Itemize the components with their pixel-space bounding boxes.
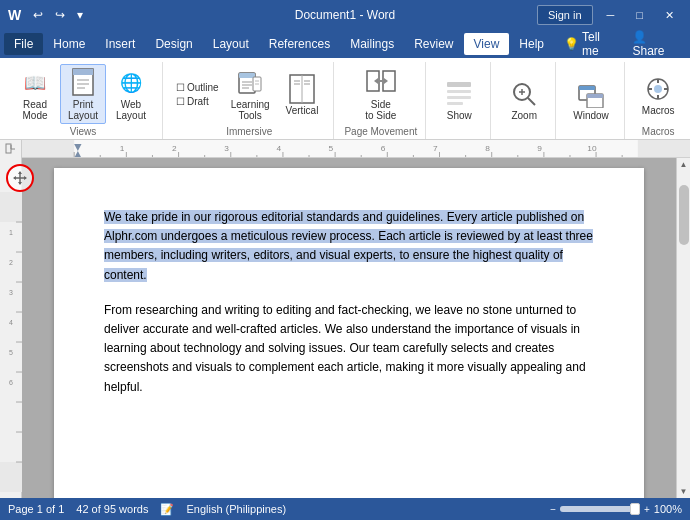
menu-mailings[interactable]: Mailings	[340, 33, 404, 55]
svg-rect-27	[447, 102, 463, 105]
proofing-icon: 📝	[160, 503, 174, 516]
svg-rect-52	[638, 140, 690, 157]
signin-button[interactable]: Sign in	[537, 5, 593, 25]
title-bar-right: Sign in ─ □ ✕	[537, 5, 682, 25]
svg-marker-91	[13, 176, 16, 180]
svg-marker-90	[18, 182, 22, 185]
menu-references[interactable]: References	[259, 33, 340, 55]
scroll-thumb[interactable]	[679, 185, 689, 245]
window-icon	[575, 78, 607, 110]
side-to-side-button[interactable]: Sideto Side	[358, 64, 404, 124]
draft-checkbox-icon: ☐	[176, 96, 185, 107]
menu-review[interactable]: Review	[404, 33, 463, 55]
ribbon-group-show: Show	[428, 62, 491, 139]
menu-file[interactable]: File	[4, 33, 43, 55]
svg-text:8: 8	[485, 144, 490, 153]
page-movement-group-label: Page Movement	[344, 126, 417, 137]
left-bar: 1 2 3 4 5 6	[0, 158, 22, 498]
ribbon-group-views: 📖 ReadMode P	[4, 62, 163, 139]
lightbulb-icon: 💡	[564, 37, 579, 51]
scroll-anchor-indicator	[6, 164, 34, 192]
learning-tools-icon	[234, 67, 266, 99]
print-layout-button[interactable]: PrintLayout	[60, 64, 106, 124]
status-left: Page 1 of 1 42 of 95 words 📝 English (Ph…	[8, 503, 286, 516]
menu-insert[interactable]: Insert	[95, 33, 145, 55]
menu-help[interactable]: Help	[509, 33, 554, 55]
window-buttons: Window	[566, 64, 616, 135]
zoom-slider-thumb[interactable]	[630, 503, 640, 515]
vertical-scrollbar[interactable]: ▲ ▼	[676, 158, 690, 498]
read-mode-button[interactable]: 📖 ReadMode	[12, 64, 58, 124]
macros-icon	[642, 73, 674, 105]
svg-rect-6	[239, 73, 255, 78]
ribbon-group-window: Window	[558, 62, 625, 139]
svg-text:6: 6	[9, 379, 13, 386]
zoom-out-button[interactable]: −	[550, 504, 556, 515]
customize-qat-button[interactable]: ▾	[73, 6, 87, 24]
menu-design[interactable]: Design	[145, 33, 202, 55]
menu-share[interactable]: 👤 Share	[622, 26, 686, 62]
svg-text:4: 4	[9, 319, 13, 326]
menu-layout[interactable]: Layout	[203, 33, 259, 55]
page-info: Page 1 of 1	[8, 503, 64, 516]
web-layout-icon: 🌐	[115, 67, 147, 99]
svg-rect-35	[587, 94, 603, 98]
draft-button[interactable]: ☐ Draft	[173, 95, 222, 108]
ribbon: 📖 ReadMode P	[0, 58, 690, 140]
show-buttons: Show	[436, 64, 482, 135]
svg-text:1: 1	[120, 144, 125, 153]
show-button[interactable]: Show	[436, 75, 482, 124]
paragraph-2: From researching and writing to editing …	[104, 301, 594, 397]
side-to-side-icon	[365, 67, 397, 99]
macros-button[interactable]: Macros	[635, 70, 682, 119]
zoom-bar: − + 100%	[550, 503, 682, 515]
document-scroll-area[interactable]: We take pride in our rigorous editorial …	[22, 158, 676, 498]
close-button[interactable]: ✕	[657, 7, 682, 24]
svg-marker-92	[24, 176, 27, 180]
status-right: − + 100%	[550, 503, 682, 515]
window-button[interactable]: Window	[566, 75, 616, 124]
web-layout-button[interactable]: 🌐 WebLayout	[108, 64, 154, 124]
svg-line-29	[528, 98, 535, 105]
zoom-in-button[interactable]: +	[644, 504, 650, 515]
svg-rect-94	[0, 192, 22, 222]
menu-tell-me[interactable]: 💡 Tell me	[554, 26, 622, 62]
paragraph-1: We take pride in our rigorous editorial …	[104, 208, 594, 285]
menu-view[interactable]: View	[464, 33, 510, 55]
redo-button[interactable]: ↪	[51, 6, 69, 24]
vertical-icon	[286, 73, 318, 105]
print-layout-icon	[67, 67, 99, 99]
selected-text: We take pride in our rigorous editorial …	[104, 210, 593, 282]
svg-text:1: 1	[9, 229, 13, 236]
word-icon: W	[8, 7, 21, 23]
scroll-up-button[interactable]: ▲	[678, 158, 690, 171]
zoom-icon	[508, 78, 540, 110]
app-container: W ↩ ↪ ▾ Document1 - Word Sign in ─ □ ✕ F…	[0, 0, 690, 520]
ribbon-group-macros: Macros Macros	[627, 62, 690, 139]
outline-checkbox-icon: ☐	[176, 82, 185, 93]
svg-point-37	[654, 85, 662, 93]
ribbon-content: 📖 ReadMode P	[4, 62, 686, 139]
svg-rect-25	[447, 90, 471, 93]
svg-text:2: 2	[172, 144, 177, 153]
outline-button[interactable]: ☐ Outline	[173, 81, 222, 94]
undo-button[interactable]: ↩	[29, 6, 47, 24]
share-icon: 👤	[632, 30, 647, 44]
menu-bar: File Home Insert Design Layout Reference…	[0, 30, 690, 58]
svg-text:6: 6	[381, 144, 386, 153]
status-bar: Page 1 of 1 42 of 95 words 📝 English (Ph…	[0, 498, 690, 520]
ruler-area: 1 2 3 4 5 6 7 8 9 10	[0, 140, 690, 158]
svg-rect-47	[6, 144, 11, 153]
macros-group-label: Macros	[642, 126, 675, 137]
scroll-down-button[interactable]: ▼	[678, 485, 690, 498]
zoom-slider[interactable]	[560, 506, 640, 512]
svg-text:9: 9	[537, 144, 542, 153]
svg-text:3: 3	[9, 289, 13, 296]
vertical-button[interactable]: Vertical	[279, 70, 326, 119]
menu-home[interactable]: Home	[43, 33, 95, 55]
zoom-button[interactable]: Zoom	[501, 75, 547, 124]
learning-tools-button[interactable]: LearningTools	[224, 64, 277, 124]
word-count: 42 of 95 words	[76, 503, 148, 516]
minimize-button[interactable]: ─	[599, 7, 623, 23]
maximize-button[interactable]: □	[628, 7, 651, 23]
